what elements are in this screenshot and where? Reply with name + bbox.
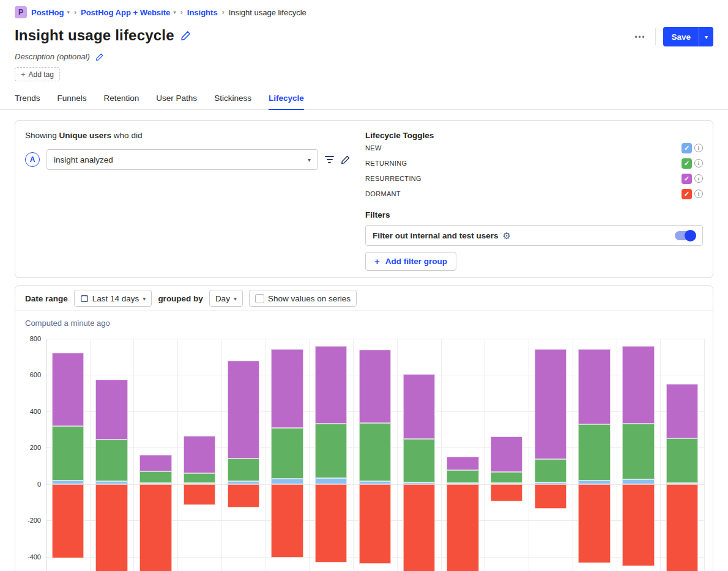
- bar-segment-dormant[interactable]: [315, 484, 347, 563]
- bar-segment-dormant[interactable]: [184, 484, 215, 505]
- bar-segment-resurrecting[interactable]: [184, 436, 215, 473]
- info-icon[interactable]: i: [694, 174, 703, 183]
- tab-retention[interactable]: Retention: [104, 90, 139, 109]
- interval-value: Day: [215, 294, 230, 303]
- gridline: [133, 339, 134, 571]
- info-icon[interactable]: i: [694, 159, 703, 168]
- bar-segment-returning[interactable]: [52, 426, 84, 481]
- bar-segment-returning[interactable]: [95, 440, 127, 481]
- add-filter-group-button[interactable]: + Add filter group: [365, 252, 456, 271]
- bar-segment-returning[interactable]: [315, 424, 347, 478]
- bar-segment-dormant[interactable]: [228, 484, 259, 508]
- more-options-button[interactable]: ⋯: [631, 30, 648, 43]
- edit-description-pencil-icon[interactable]: [95, 53, 104, 61]
- add-tag-button[interactable]: + Add tag: [15, 67, 60, 81]
- date-range-value: Last 14 days: [92, 294, 139, 303]
- bar-segment-returning[interactable]: [359, 423, 391, 481]
- bar-segment-resurrecting[interactable]: [359, 350, 391, 424]
- bar-segment-returning[interactable]: [491, 472, 522, 483]
- save-button[interactable]: Save: [663, 27, 699, 46]
- bar-segment-dormant[interactable]: [535, 484, 566, 509]
- bar-segment-dormant[interactable]: [52, 484, 84, 559]
- chart-panel: Date range Last 14 days ▾ grouped by Day…: [15, 286, 713, 571]
- bar-segment-dormant[interactable]: [95, 484, 127, 571]
- property-filter-icon[interactable]: [325, 156, 334, 163]
- bar-segment-returning[interactable]: [271, 428, 303, 479]
- bar-segment-returning[interactable]: [403, 439, 435, 482]
- save-dropdown-caret[interactable]: ▾: [699, 27, 713, 46]
- returning-checkbox[interactable]: ✓: [682, 158, 692, 169]
- rename-series-pencil-icon[interactable]: [341, 155, 351, 164]
- tab-user-paths[interactable]: User Paths: [156, 90, 197, 109]
- gridline: [90, 339, 91, 571]
- new-checkbox[interactable]: ✓: [682, 143, 692, 153]
- resurrecting-checkbox[interactable]: ✓: [682, 174, 692, 184]
- bar-segment-returning[interactable]: [666, 438, 698, 483]
- lifecycle-toggle-row-dormant: DORMANT ✓ i: [365, 186, 703, 201]
- project-avatar[interactable]: P: [15, 6, 27, 18]
- y-tick-label: 400: [30, 408, 41, 415]
- add-filter-group-label: Add filter group: [385, 257, 447, 266]
- bar-segment-resurrecting[interactable]: [228, 361, 259, 459]
- bar-segment-dormant[interactable]: [271, 484, 303, 558]
- bar-segment-resurrecting[interactable]: [403, 374, 435, 439]
- bar-segment-returning[interactable]: [578, 424, 610, 481]
- gridline: [221, 339, 222, 571]
- show-values-checkbox[interactable]: [255, 294, 264, 303]
- bar-segment-dormant[interactable]: [359, 484, 391, 564]
- bar-segment-dormant[interactable]: [666, 484, 698, 571]
- bar-segment-resurrecting[interactable]: [95, 380, 127, 440]
- bar-segment-new[interactable]: [271, 479, 303, 484]
- info-icon[interactable]: i: [694, 144, 703, 152]
- date-range-button[interactable]: Last 14 days ▾: [74, 290, 152, 307]
- gridline: [660, 339, 661, 571]
- tab-trends[interactable]: Trends: [15, 90, 40, 109]
- bar-segment-dormant[interactable]: [491, 484, 522, 501]
- bar-segment-returning[interactable]: [139, 471, 171, 483]
- dormant-checkbox[interactable]: ✓: [682, 189, 692, 199]
- bar-segment-dormant[interactable]: [578, 484, 610, 564]
- bar-segment-resurrecting[interactable]: [139, 455, 171, 471]
- tab-stickiness[interactable]: Stickiness: [214, 90, 251, 109]
- bar-segment-resurrecting[interactable]: [315, 346, 347, 424]
- bar-segment-resurrecting[interactable]: [622, 346, 654, 424]
- tab-lifecycle[interactable]: Lifecycle: [269, 90, 304, 110]
- plus-icon: +: [374, 256, 380, 267]
- gear-icon[interactable]: ⚙: [503, 231, 511, 240]
- bar-segment-resurrecting[interactable]: [491, 437, 522, 472]
- info-icon[interactable]: i: [694, 190, 703, 198]
- bar-segment-returning[interactable]: [622, 424, 654, 479]
- breadcrumb-app[interactable]: PostHog App + Website: [81, 8, 170, 17]
- bar-segment-resurrecting[interactable]: [535, 349, 566, 459]
- test-account-filter-toggle[interactable]: [675, 231, 696, 240]
- lifecycle-toggles-heading: Lifecycle Toggles: [365, 131, 703, 140]
- bar-segment-returning[interactable]: [535, 459, 566, 483]
- bar-segment-returning[interactable]: [184, 473, 215, 483]
- lifecycle-chart: Computed a minute ago 8006004002000-200-…: [15, 311, 713, 571]
- tab-funnels[interactable]: Funnels: [58, 90, 87, 109]
- bar-segment-resurrecting[interactable]: [447, 457, 478, 470]
- divider: [655, 28, 656, 45]
- bar-segment-resurrecting[interactable]: [271, 349, 303, 429]
- bar-segment-dormant[interactable]: [403, 484, 435, 571]
- bar-segment-dormant[interactable]: [139, 484, 171, 571]
- bar-segment-dormant[interactable]: [622, 484, 654, 566]
- bar-segment-returning[interactable]: [228, 459, 259, 481]
- show-values-button[interactable]: Show values on series: [249, 290, 357, 307]
- grouped-by-label: grouped by: [158, 294, 203, 303]
- bar-segment-new[interactable]: [622, 479, 654, 484]
- bar-segment-resurrecting[interactable]: [52, 353, 84, 426]
- interval-select[interactable]: Day ▾: [209, 290, 243, 307]
- breadcrumb-project[interactable]: PostHog: [31, 8, 64, 17]
- edit-title-pencil-icon[interactable]: [180, 30, 191, 41]
- breadcrumb-insights[interactable]: Insights: [187, 8, 218, 17]
- showing-description: Showing Unique users who did: [25, 131, 351, 140]
- chart-controls: Date range Last 14 days ▾ grouped by Day…: [15, 286, 713, 311]
- bar-segment-resurrecting[interactable]: [666, 384, 698, 438]
- series-badge[interactable]: A: [25, 152, 40, 167]
- bar-segment-resurrecting[interactable]: [578, 349, 610, 425]
- bar-segment-new[interactable]: [315, 478, 347, 484]
- bar-segment-returning[interactable]: [447, 470, 478, 483]
- event-select[interactable]: insight analyzed ▾: [46, 149, 318, 170]
- bar-segment-dormant[interactable]: [447, 484, 478, 571]
